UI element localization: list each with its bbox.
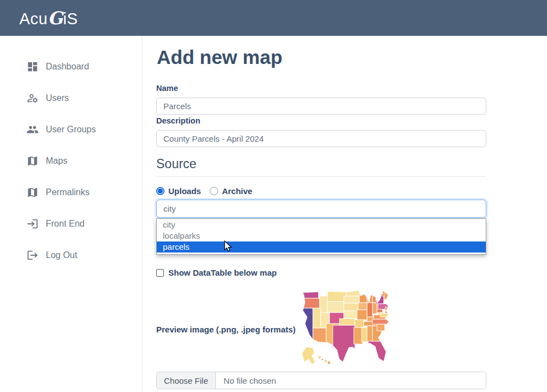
state-tile-MDDE xyxy=(380,314,388,317)
logo-text: iS xyxy=(63,10,78,28)
description-label: Description xyxy=(156,116,200,125)
sidebar-item-user-groups[interactable]: User Groups xyxy=(0,114,142,145)
state-tile-AR xyxy=(355,320,364,327)
us-choropleth-svg xyxy=(296,288,392,367)
sidebar-item-label: Log Out xyxy=(46,250,77,260)
state-tile-MN xyxy=(359,289,367,303)
sidebar-item-maps[interactable]: Maps xyxy=(0,145,142,176)
logo-text: Acu xyxy=(19,10,47,28)
state-tile-NV xyxy=(313,308,321,328)
state-tile-SC xyxy=(377,324,385,331)
sidebar-item-users[interactable]: Users xyxy=(0,82,142,114)
sidebar-item-label: Front End xyxy=(46,219,84,229)
state-tile-WA xyxy=(301,289,318,298)
choose-file-button[interactable]: Choose File xyxy=(157,372,216,389)
page: AcuGiS Dashboard Users User Groups Maps xyxy=(0,0,547,392)
state-tile-MI xyxy=(373,291,378,303)
user-group-icon xyxy=(26,123,39,136)
sidebar-item-front-end[interactable]: Front End xyxy=(0,208,142,239)
name-input[interactable] xyxy=(156,98,486,115)
upload-layer-dropdown: city localparks parcels xyxy=(156,218,486,255)
state-tile-IL xyxy=(367,303,373,317)
sidebar-item-label: Permalinks xyxy=(46,187,89,197)
logout-arrow-icon xyxy=(26,249,39,261)
state-tile-WY xyxy=(327,302,344,313)
state-tile-MO xyxy=(357,310,367,320)
logo-g: G xyxy=(47,8,63,29)
dropdown-option-city[interactable]: city xyxy=(157,219,486,230)
sidebar-item-label: Dashboard xyxy=(46,62,89,72)
uploads-radio-label: Uploads xyxy=(168,186,201,196)
description-input[interactable] xyxy=(156,130,486,147)
login-arrow-icon xyxy=(26,218,39,230)
state-tile-OK xyxy=(339,319,355,325)
user-gear-icon xyxy=(26,92,39,104)
preview-file-input[interactable]: Choose File No file chosen xyxy=(156,372,486,389)
state-tile-FL xyxy=(368,341,388,366)
state-tile-AZ xyxy=(313,328,326,343)
state-tile-WI xyxy=(367,291,373,303)
datatable-checkbox-label: Show DataTable below map xyxy=(168,268,277,277)
sidebar-item-permalinks[interactable]: Permalinks xyxy=(0,176,142,208)
name-label: Name xyxy=(156,84,178,93)
datatable-checkbox-row: Show DataTable below map xyxy=(156,268,277,277)
state-tile-TX xyxy=(333,325,355,364)
app-logo: AcuGiS xyxy=(19,8,78,29)
sidebar-item-label: Users xyxy=(46,93,69,103)
state-tile-MT xyxy=(327,289,346,302)
dashboard-icon xyxy=(26,61,39,73)
upload-layer-select-value: city xyxy=(163,204,176,213)
state-tile-KS xyxy=(344,311,358,319)
state-tile-SD xyxy=(344,296,359,303)
file-chosen-status: No file chosen xyxy=(216,372,276,389)
page-title: Add new map xyxy=(157,46,283,68)
sidebar-item-label: Maps xyxy=(46,156,67,166)
map-icon xyxy=(26,155,39,167)
state-tile-NY xyxy=(376,296,384,304)
us-map-preview-image xyxy=(296,288,392,367)
archive-radio[interactable] xyxy=(210,187,218,195)
datatable-checkbox[interactable] xyxy=(156,269,164,277)
state-tile-NJ xyxy=(385,307,389,314)
app-header: AcuGiS xyxy=(0,0,547,36)
state-tile-ND xyxy=(346,289,359,296)
map-icon xyxy=(26,186,39,198)
alaska-shape xyxy=(302,347,315,364)
state-tile-IN xyxy=(373,303,377,314)
dropdown-option-localparks[interactable]: localparks xyxy=(157,230,486,241)
state-tile-MS xyxy=(362,327,367,342)
state-tile-OR xyxy=(301,298,320,308)
hawaii-dots xyxy=(318,356,330,364)
preview-image-label: Preview image (.png, .jpeg formats) xyxy=(156,325,296,334)
upload-layer-select[interactable]: city xyxy=(156,200,486,218)
uploads-radio[interactable] xyxy=(156,187,164,195)
source-section-heading: Source xyxy=(156,157,486,177)
sidebar: Dashboard Users User Groups Maps Permali… xyxy=(0,36,142,392)
state-tile-IA xyxy=(358,303,367,310)
state-tile-CA xyxy=(299,308,313,340)
archive-radio-label: Archive xyxy=(222,186,252,196)
state-tile-NC xyxy=(373,319,389,324)
dropdown-option-parcels[interactable]: parcels xyxy=(157,241,486,253)
sidebar-item-log-out[interactable]: Log Out xyxy=(0,239,142,271)
sidebar-item-dashboard[interactable]: Dashboard xyxy=(0,51,142,82)
source-radio-group: Uploads Archive xyxy=(156,186,257,196)
sidebar-item-label: User Groups xyxy=(46,125,96,135)
state-tile-AL xyxy=(367,326,373,342)
